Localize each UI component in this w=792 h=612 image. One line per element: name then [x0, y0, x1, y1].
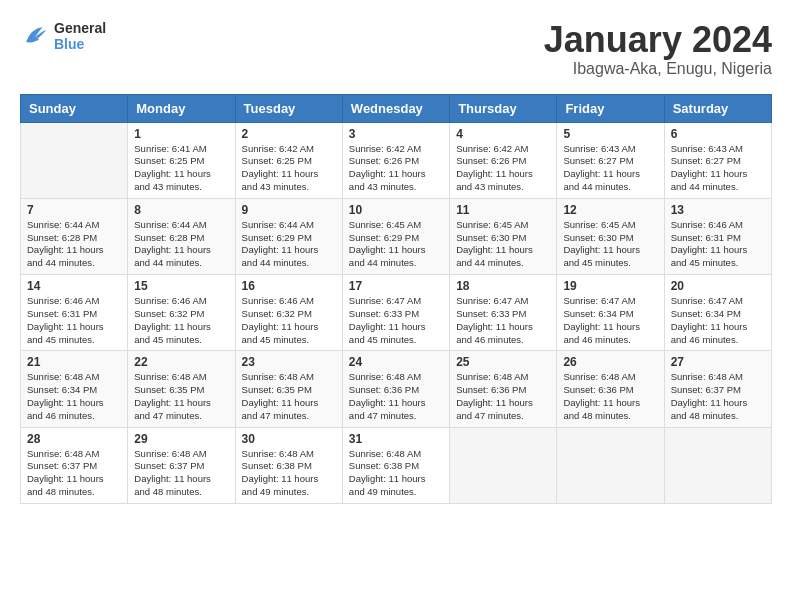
weekday-header-saturday: Saturday — [664, 94, 771, 122]
day-number: 31 — [349, 432, 443, 446]
day-info: Sunrise: 6:45 AMSunset: 6:30 PMDaylight:… — [563, 219, 657, 270]
calendar-cell: 1Sunrise: 6:41 AMSunset: 6:25 PMDaylight… — [128, 122, 235, 198]
day-info: Sunrise: 6:41 AMSunset: 6:25 PMDaylight:… — [134, 143, 228, 194]
page-header: General Blue January 2024 Ibagwa-Aka, En… — [20, 20, 772, 78]
day-number: 6 — [671, 127, 765, 141]
calendar-cell: 20Sunrise: 6:47 AMSunset: 6:34 PMDayligh… — [664, 275, 771, 351]
calendar-week-row: 14Sunrise: 6:46 AMSunset: 6:31 PMDayligh… — [21, 275, 772, 351]
day-info: Sunrise: 6:44 AMSunset: 6:29 PMDaylight:… — [242, 219, 336, 270]
day-number: 26 — [563, 355, 657, 369]
day-info: Sunrise: 6:48 AMSunset: 6:38 PMDaylight:… — [349, 448, 443, 499]
calendar-cell — [21, 122, 128, 198]
day-number: 11 — [456, 203, 550, 217]
day-number: 2 — [242, 127, 336, 141]
calendar-cell: 26Sunrise: 6:48 AMSunset: 6:36 PMDayligh… — [557, 351, 664, 427]
day-info: Sunrise: 6:42 AMSunset: 6:26 PMDaylight:… — [456, 143, 550, 194]
calendar-cell: 9Sunrise: 6:44 AMSunset: 6:29 PMDaylight… — [235, 198, 342, 274]
calendar-week-row: 28Sunrise: 6:48 AMSunset: 6:37 PMDayligh… — [21, 427, 772, 503]
day-number: 4 — [456, 127, 550, 141]
day-number: 22 — [134, 355, 228, 369]
calendar-cell: 28Sunrise: 6:48 AMSunset: 6:37 PMDayligh… — [21, 427, 128, 503]
day-number: 29 — [134, 432, 228, 446]
day-number: 9 — [242, 203, 336, 217]
calendar-cell: 8Sunrise: 6:44 AMSunset: 6:28 PMDaylight… — [128, 198, 235, 274]
weekday-header-thursday: Thursday — [450, 94, 557, 122]
calendar-table: SundayMondayTuesdayWednesdayThursdayFrid… — [20, 94, 772, 504]
calendar-cell: 22Sunrise: 6:48 AMSunset: 6:35 PMDayligh… — [128, 351, 235, 427]
day-info: Sunrise: 6:48 AMSunset: 6:37 PMDaylight:… — [134, 448, 228, 499]
calendar-cell: 19Sunrise: 6:47 AMSunset: 6:34 PMDayligh… — [557, 275, 664, 351]
day-number: 28 — [27, 432, 121, 446]
day-info: Sunrise: 6:47 AMSunset: 6:33 PMDaylight:… — [349, 295, 443, 346]
calendar-cell: 18Sunrise: 6:47 AMSunset: 6:33 PMDayligh… — [450, 275, 557, 351]
day-number: 18 — [456, 279, 550, 293]
day-info: Sunrise: 6:48 AMSunset: 6:38 PMDaylight:… — [242, 448, 336, 499]
calendar-week-row: 21Sunrise: 6:48 AMSunset: 6:34 PMDayligh… — [21, 351, 772, 427]
day-number: 23 — [242, 355, 336, 369]
day-info: Sunrise: 6:48 AMSunset: 6:35 PMDaylight:… — [242, 371, 336, 422]
day-info: Sunrise: 6:42 AMSunset: 6:25 PMDaylight:… — [242, 143, 336, 194]
calendar-title: January 2024 — [544, 20, 772, 60]
day-number: 8 — [134, 203, 228, 217]
day-info: Sunrise: 6:45 AMSunset: 6:29 PMDaylight:… — [349, 219, 443, 270]
weekday-header-row: SundayMondayTuesdayWednesdayThursdayFrid… — [21, 94, 772, 122]
day-info: Sunrise: 6:46 AMSunset: 6:31 PMDaylight:… — [671, 219, 765, 270]
day-info: Sunrise: 6:48 AMSunset: 6:36 PMDaylight:… — [456, 371, 550, 422]
calendar-cell: 21Sunrise: 6:48 AMSunset: 6:34 PMDayligh… — [21, 351, 128, 427]
day-info: Sunrise: 6:47 AMSunset: 6:34 PMDaylight:… — [671, 295, 765, 346]
calendar-week-row: 7Sunrise: 6:44 AMSunset: 6:28 PMDaylight… — [21, 198, 772, 274]
day-number: 14 — [27, 279, 121, 293]
weekday-header-tuesday: Tuesday — [235, 94, 342, 122]
day-number: 19 — [563, 279, 657, 293]
logo-icon — [20, 21, 50, 51]
calendar-cell: 25Sunrise: 6:48 AMSunset: 6:36 PMDayligh… — [450, 351, 557, 427]
weekday-header-friday: Friday — [557, 94, 664, 122]
day-info: Sunrise: 6:47 AMSunset: 6:34 PMDaylight:… — [563, 295, 657, 346]
day-info: Sunrise: 6:46 AMSunset: 6:32 PMDaylight:… — [134, 295, 228, 346]
day-number: 25 — [456, 355, 550, 369]
day-number: 10 — [349, 203, 443, 217]
calendar-cell: 5Sunrise: 6:43 AMSunset: 6:27 PMDaylight… — [557, 122, 664, 198]
day-number: 27 — [671, 355, 765, 369]
calendar-cell: 7Sunrise: 6:44 AMSunset: 6:28 PMDaylight… — [21, 198, 128, 274]
calendar-cell: 16Sunrise: 6:46 AMSunset: 6:32 PMDayligh… — [235, 275, 342, 351]
day-info: Sunrise: 6:48 AMSunset: 6:37 PMDaylight:… — [27, 448, 121, 499]
location-subtitle: Ibagwa-Aka, Enugu, Nigeria — [544, 60, 772, 78]
day-number: 20 — [671, 279, 765, 293]
title-block: January 2024 Ibagwa-Aka, Enugu, Nigeria — [544, 20, 772, 78]
calendar-cell: 17Sunrise: 6:47 AMSunset: 6:33 PMDayligh… — [342, 275, 449, 351]
day-number: 15 — [134, 279, 228, 293]
day-info: Sunrise: 6:47 AMSunset: 6:33 PMDaylight:… — [456, 295, 550, 346]
day-number: 24 — [349, 355, 443, 369]
calendar-cell: 29Sunrise: 6:48 AMSunset: 6:37 PMDayligh… — [128, 427, 235, 503]
day-info: Sunrise: 6:48 AMSunset: 6:36 PMDaylight:… — [349, 371, 443, 422]
calendar-cell: 13Sunrise: 6:46 AMSunset: 6:31 PMDayligh… — [664, 198, 771, 274]
weekday-header-sunday: Sunday — [21, 94, 128, 122]
logo: General Blue — [20, 20, 106, 52]
day-info: Sunrise: 6:42 AMSunset: 6:26 PMDaylight:… — [349, 143, 443, 194]
calendar-cell — [557, 427, 664, 503]
calendar-cell: 10Sunrise: 6:45 AMSunset: 6:29 PMDayligh… — [342, 198, 449, 274]
day-info: Sunrise: 6:48 AMSunset: 6:35 PMDaylight:… — [134, 371, 228, 422]
calendar-week-row: 1Sunrise: 6:41 AMSunset: 6:25 PMDaylight… — [21, 122, 772, 198]
day-info: Sunrise: 6:48 AMSunset: 6:37 PMDaylight:… — [671, 371, 765, 422]
calendar-cell: 31Sunrise: 6:48 AMSunset: 6:38 PMDayligh… — [342, 427, 449, 503]
day-number: 1 — [134, 127, 228, 141]
weekday-header-wednesday: Wednesday — [342, 94, 449, 122]
calendar-cell: 12Sunrise: 6:45 AMSunset: 6:30 PMDayligh… — [557, 198, 664, 274]
day-number: 30 — [242, 432, 336, 446]
calendar-cell: 24Sunrise: 6:48 AMSunset: 6:36 PMDayligh… — [342, 351, 449, 427]
calendar-cell: 6Sunrise: 6:43 AMSunset: 6:27 PMDaylight… — [664, 122, 771, 198]
day-number: 7 — [27, 203, 121, 217]
calendar-cell: 2Sunrise: 6:42 AMSunset: 6:25 PMDaylight… — [235, 122, 342, 198]
day-number: 12 — [563, 203, 657, 217]
weekday-header-monday: Monday — [128, 94, 235, 122]
day-number: 3 — [349, 127, 443, 141]
calendar-cell — [664, 427, 771, 503]
calendar-cell — [450, 427, 557, 503]
calendar-cell: 23Sunrise: 6:48 AMSunset: 6:35 PMDayligh… — [235, 351, 342, 427]
calendar-cell: 3Sunrise: 6:42 AMSunset: 6:26 PMDaylight… — [342, 122, 449, 198]
day-info: Sunrise: 6:44 AMSunset: 6:28 PMDaylight:… — [27, 219, 121, 270]
calendar-cell: 14Sunrise: 6:46 AMSunset: 6:31 PMDayligh… — [21, 275, 128, 351]
calendar-cell: 11Sunrise: 6:45 AMSunset: 6:30 PMDayligh… — [450, 198, 557, 274]
